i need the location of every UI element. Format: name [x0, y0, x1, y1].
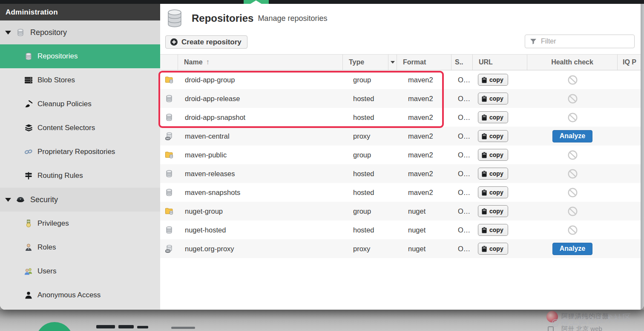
caret-down-icon — [5, 31, 11, 35]
sidebar-item-content-selectors[interactable]: Content Selectors — [0, 116, 160, 140]
sidebar-item-roles[interactable]: Roles — [0, 235, 160, 259]
sort-ascending-icon: ↑ — [206, 58, 210, 67]
database-icon — [160, 94, 178, 103]
sidebar-item-routing-rules[interactable]: Routing Rules — [0, 164, 160, 188]
health-check-cell — [527, 93, 618, 104]
column-header-format[interactable]: Format — [397, 55, 451, 70]
layers-icon — [24, 123, 33, 133]
filter-input[interactable] — [541, 38, 631, 45]
repository-status: O… — [451, 132, 473, 140]
column-header-name[interactable]: Name ↑ — [178, 55, 343, 70]
repository-name: droid-app-snapshot — [178, 113, 343, 122]
nexus-window: Administration Repository Repositories B… — [0, 0, 644, 310]
sidebar-header: Administration — [0, 4, 160, 20]
signpost-icon — [24, 171, 33, 180]
sidebar-item-cleanup-policies[interactable]: Cleanup Policies — [0, 92, 160, 116]
repositories-table: Name ↑ Type Format S.. URL Health check … — [160, 54, 641, 258]
sidebar-item-users[interactable]: Users — [0, 259, 160, 283]
database-icon — [166, 9, 183, 28]
health-check-ban-icon — [567, 225, 578, 235]
caret-down-icon — [5, 198, 11, 202]
database-link-icon — [160, 244, 178, 253]
repository-row-maven-central[interactable]: maven-central proxy maven2 O… copy Analy… — [160, 127, 641, 145]
database-icon — [160, 188, 178, 197]
copy-url-button[interactable]: copy — [478, 74, 508, 86]
background-page: 阿狸清纯的容颜 @稀土掘金技术社区 阿卅 北京 web — [0, 310, 644, 331]
clipboard-icon — [481, 76, 487, 84]
health-check-cell — [527, 75, 618, 85]
repository-name: nuget.org-proxy — [178, 245, 343, 253]
column-header-type[interactable]: Type — [343, 55, 388, 70]
column-header-health-check[interactable]: Health check — [527, 55, 618, 70]
vertical-scrollbar[interactable] — [641, 4, 644, 310]
copy-url-button[interactable]: copy — [478, 130, 508, 142]
clipped-text-fragment — [96, 325, 115, 328]
copy-url-button[interactable]: copy — [478, 168, 508, 180]
copy-url-button[interactable]: copy — [478, 205, 508, 217]
clipboard-icon — [481, 95, 487, 102]
repository-name: nuget-group — [178, 207, 343, 215]
repository-type: hosted — [343, 226, 397, 234]
folder-database-icon — [160, 75, 178, 84]
create-repository-button[interactable]: Create repository — [165, 35, 247, 49]
url-cell: copy — [473, 93, 527, 105]
repository-name: nuget-hosted — [178, 226, 343, 234]
users-icon — [24, 267, 33, 276]
sidebar-item-repositories[interactable]: Repositories — [0, 44, 160, 68]
commenter-meta: 阿卅 北京 web — [561, 325, 602, 331]
column-menu-button[interactable] — [388, 55, 397, 70]
copy-url-button[interactable]: copy — [478, 186, 508, 198]
sidebar-section-security[interactable]: Security — [0, 188, 160, 212]
repository-name: droid-app-release — [178, 95, 343, 103]
repository-row-maven-public[interactable]: maven-public group maven2 O… copy — [160, 145, 641, 164]
analyze-button[interactable]: Analyze — [552, 243, 592, 255]
repository-row-droid-app-snapshot[interactable]: droid-app-snapshot hosted maven2 O… copy — [160, 108, 641, 127]
copy-url-button[interactable]: copy — [478, 111, 508, 123]
health-check-ban-icon — [567, 187, 578, 198]
repository-row-maven-snapshots[interactable]: maven-snapshots hosted maven2 O… copy — [160, 183, 641, 202]
sidebar-item-proprietary-repositories[interactable]: Proprietary Repositories — [0, 140, 160, 164]
repository-row-maven-releases[interactable]: maven-releases hosted maven2 O… copy — [160, 164, 641, 183]
repository-row-nuget-org-proxy[interactable]: nuget.org-proxy proxy nuget O… copy Anal… — [160, 239, 641, 258]
sidebar-section-repository[interactable]: Repository — [0, 20, 160, 44]
database-icon — [160, 169, 178, 178]
repository-format: maven2 — [397, 170, 451, 178]
column-header-url[interactable]: URL — [473, 55, 527, 70]
clipboard-icon — [481, 226, 487, 234]
copy-url-button[interactable]: copy — [478, 93, 508, 105]
repository-format: maven2 — [397, 76, 451, 84]
server-icon — [24, 75, 33, 85]
copy-url-button[interactable]: copy — [478, 149, 508, 161]
column-header-icon — [160, 55, 178, 70]
page-title: Repositories — [192, 12, 253, 24]
top-nav-strip — [0, 0, 644, 4]
repository-row-nuget-hosted[interactable]: nuget-hosted hosted nuget O… copy — [160, 221, 641, 239]
page-subtitle: Manage repositories — [258, 14, 327, 23]
column-header-iq-policy[interactable]: IQ P — [618, 55, 641, 70]
repository-status: O… — [451, 226, 473, 234]
sidebar-item-anonymous-access[interactable]: Anonymous Access — [0, 283, 160, 307]
screenshot-stage: 阿狸清纯的容颜 @稀土掘金技术社区 阿卅 北京 web Administrati… — [0, 0, 644, 331]
copy-url-button[interactable]: copy — [478, 243, 508, 255]
repository-format: maven2 — [397, 113, 451, 122]
repository-status: O… — [451, 189, 473, 197]
repository-format: maven2 — [397, 95, 451, 103]
analyze-button[interactable]: Analyze — [552, 130, 592, 142]
repository-row-nuget-group[interactable]: nuget-group group nuget O… copy — [160, 202, 641, 221]
database-icon — [160, 113, 178, 122]
repository-row-droid-app-group[interactable]: droid-app-group group maven2 O… copy — [160, 70, 641, 89]
health-check-ban-icon — [567, 75, 578, 85]
column-header-status[interactable]: S.. — [451, 55, 473, 70]
health-check-ban-icon — [567, 206, 578, 217]
copy-url-button[interactable]: copy — [478, 224, 508, 236]
repository-status: O… — [451, 113, 473, 122]
sidebar-item-blob-stores[interactable]: Blob Stores — [0, 68, 160, 92]
url-cell: copy — [473, 130, 527, 142]
clipboard-icon — [481, 245, 487, 253]
repository-type: hosted — [343, 170, 397, 178]
repository-row-droid-app-release[interactable]: droid-app-release hosted maven2 O… copy — [160, 89, 641, 108]
main-pane: Repositories Manage repositories Create … — [160, 4, 641, 310]
health-check-ban-icon — [567, 168, 578, 179]
repository-name: droid-app-group — [178, 76, 343, 84]
sidebar-item-privileges[interactable]: Privileges — [0, 212, 160, 235]
